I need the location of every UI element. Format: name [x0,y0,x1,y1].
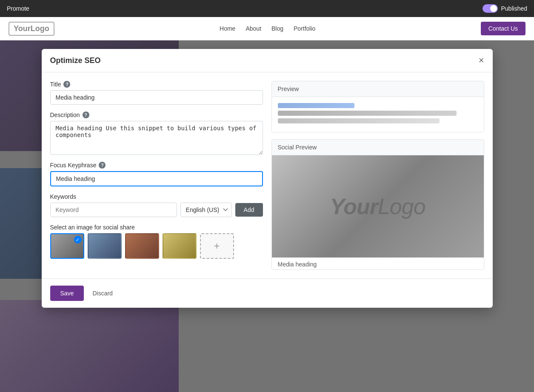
image-grid: ✓ + [50,233,263,259]
published-toggle[interactable]: Published [483,4,528,13]
nav-links: Home About Blog Portfolio [220,25,315,32]
focus-keyphrase-group: Focus Keyphrase ? [50,162,263,186]
modal-left-panel: Title ? Description ? Media heading Use … [50,81,263,270]
nav-about[interactable]: About [246,25,261,32]
social-preview-header: Social Preview [272,140,484,155]
social-preview-box: Social Preview YourLogo Media heading [271,139,484,270]
title-input[interactable] [50,90,263,105]
logo: YourLogo [9,22,54,36]
image-thumb-4[interactable] [163,233,197,259]
preview-header: Preview [272,81,484,97]
language-select[interactable]: English (US) [180,203,232,217]
title-label: Title ? [50,81,263,88]
image-add-button[interactable]: + [200,233,234,259]
title-help-icon[interactable]: ? [63,81,70,88]
social-preview-title: Media heading [272,258,484,269]
preview-line-3 [278,118,440,123]
title-group: Title ? [50,81,263,105]
modal-body: Title ? Description ? Media heading Use … [42,72,493,278]
promote-label: Promote [7,5,29,12]
top-bar: Promote Published [0,0,534,17]
keywords-group: Keywords English (US) Add [50,193,263,217]
optimize-seo-modal: Optimize SEO × Title ? [42,49,493,308]
preview-line-2 [278,111,457,116]
nav-portfolio[interactable]: Portfolio [294,25,315,32]
description-label: Description ? [50,112,263,118]
image-select-group: Select an image for social share ✓ + [50,224,263,259]
contact-button[interactable]: Contact Us [481,22,525,35]
description-textarea[interactable]: Media heading Use this snippet to build … [50,121,263,155]
add-image-icon: + [214,240,220,252]
focus-keyphrase-label: Focus Keyphrase ? [50,162,263,169]
save-button[interactable]: Save [50,286,84,301]
modal-title: Optimize SEO [50,56,101,65]
image-thumb-2[interactable] [88,233,122,259]
focus-keyphrase-help-icon[interactable]: ? [99,162,106,169]
social-logo-logo: Logo [378,194,425,219]
discard-button[interactable]: Discard [89,286,116,301]
keywords-label: Keywords [50,193,263,200]
preview-box: Preview [271,81,484,132]
nav-blog[interactable]: Blog [271,25,283,32]
focus-keyphrase-input[interactable] [50,171,263,186]
keywords-row: English (US) Add [50,203,263,217]
social-logo-your: Your [330,194,378,219]
description-group: Description ? Media heading Use this sni… [50,112,263,155]
social-logo: YourLogo [330,194,425,219]
nav-home[interactable]: Home [220,25,235,32]
keyword-input[interactable] [50,203,177,217]
image-select-label: Select an image for social share [50,224,263,231]
close-button[interactable]: × [479,56,484,65]
social-preview-image: YourLogo [272,155,484,258]
nav-bar: YourLogo Home About Blog Portfolio Conta… [0,17,534,40]
modal-right-panel: Preview Social Preview YourLogo [271,81,484,270]
published-label: Published [501,5,528,12]
preview-line-1 [278,103,354,108]
modal-footer: Save Discard [42,278,493,308]
description-help-icon[interactable]: ? [83,112,89,118]
modal-overlay: Optimize SEO × Title ? [0,40,534,392]
modal-header: Optimize SEO × [42,49,493,72]
toggle-switch[interactable] [483,4,498,13]
check-mark-icon: ✓ [74,236,82,243]
page-background: Optimize SEO × Title ? [0,40,534,392]
image-thumb-1[interactable]: ✓ [50,233,84,259]
preview-content [272,97,484,132]
add-keyword-button[interactable]: Add [235,203,263,217]
image-thumb-3[interactable] [125,233,159,259]
